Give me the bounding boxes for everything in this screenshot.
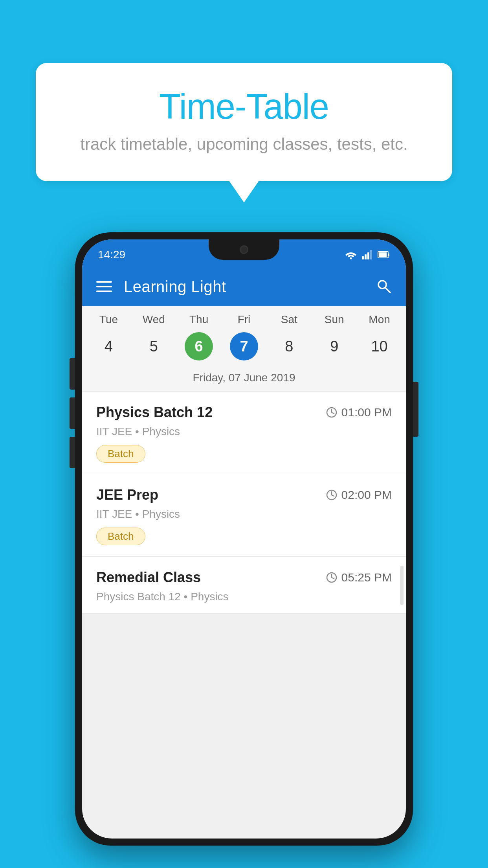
clock-icon-3 xyxy=(326,572,338,583)
selected-date-label: Friday, 07 June 2019 xyxy=(82,368,406,392)
schedule-item-1[interactable]: Physics Batch 12 01:00 PM IIT JEE • Phys… xyxy=(82,392,406,474)
batch-badge-1: Batch xyxy=(96,445,145,463)
phone-screen: 14:29 xyxy=(82,239,406,839)
status-time: 14:29 xyxy=(98,248,125,261)
schedule-item-2-time-text: 02:00 PM xyxy=(341,488,392,502)
clock-icon-1 xyxy=(326,406,338,418)
front-camera xyxy=(240,245,248,254)
schedule-item-1-subtitle: IIT JEE • Physics xyxy=(96,425,392,438)
calendar-days-header: Tue Wed Thu Fri Sat Sun Mon xyxy=(82,306,406,329)
app-bar: Learning Light xyxy=(82,267,406,306)
svg-point-0 xyxy=(350,257,352,259)
day-sun: Sun xyxy=(312,313,357,326)
wifi-icon xyxy=(345,250,357,259)
app-title: Learning Light xyxy=(124,278,363,296)
signal-icon xyxy=(362,250,373,259)
phone-frame: 14:29 xyxy=(75,232,413,846)
calendar-dates-row: 4 5 6 7 8 9 10 xyxy=(82,329,406,368)
svg-rect-6 xyxy=(388,254,389,256)
schedule-item-3-header: Remedial Class 05:25 PM xyxy=(96,569,392,586)
schedule-item-3-time-text: 05:25 PM xyxy=(341,571,392,584)
date-6[interactable]: 6 xyxy=(176,332,222,360)
date-circle-selected[interactable]: 7 xyxy=(230,332,258,360)
phone-mockup: 14:29 xyxy=(75,232,413,846)
svg-line-9 xyxy=(385,288,390,292)
day-fri: Fri xyxy=(222,313,267,326)
schedule-item-1-header: Physics Batch 12 01:00 PM xyxy=(96,404,392,421)
svg-rect-1 xyxy=(362,256,364,259)
svg-rect-2 xyxy=(365,254,367,259)
calendar-section: Tue Wed Thu Fri Sat Sun Mon 4 5 6 7 xyxy=(82,306,406,392)
day-thu: Thu xyxy=(176,313,222,326)
schedule-item-2-subtitle: IIT JEE • Physics xyxy=(96,508,392,520)
date-circle-today[interactable]: 6 xyxy=(185,332,213,360)
schedule-item-2-time: 02:00 PM xyxy=(326,488,392,502)
schedule-item-2-header: JEE Prep 02:00 PM xyxy=(96,487,392,503)
svg-rect-3 xyxy=(367,252,369,259)
batch-badge-2: Batch xyxy=(96,528,145,545)
schedule-item-1-time-text: 01:00 PM xyxy=(341,406,392,419)
phone-notch xyxy=(209,239,279,260)
schedule-item-1-time: 01:00 PM xyxy=(326,406,392,419)
status-icons xyxy=(345,250,390,259)
schedule-list: Physics Batch 12 01:00 PM IIT JEE • Phys… xyxy=(82,392,406,614)
svg-line-12 xyxy=(332,412,334,414)
menu-icon[interactable] xyxy=(96,281,112,292)
schedule-item-3-time: 05:25 PM xyxy=(326,571,392,584)
date-7[interactable]: 7 xyxy=(222,332,267,360)
day-sat: Sat xyxy=(266,313,312,326)
search-icon[interactable] xyxy=(375,278,392,296)
svg-rect-4 xyxy=(370,250,372,259)
schedule-item-2-title: JEE Prep xyxy=(96,487,158,503)
scroll-indicator xyxy=(400,566,404,605)
speech-bubble: Time-Table track timetable, upcoming cla… xyxy=(36,63,452,181)
day-tue: Tue xyxy=(86,313,131,326)
schedule-item-3[interactable]: Remedial Class 05:25 PM Physics Batch 12… xyxy=(82,557,406,614)
svg-line-15 xyxy=(332,495,334,496)
date-8[interactable]: 8 xyxy=(266,332,312,360)
bubble-title: Time-Table xyxy=(67,86,421,127)
schedule-item-1-title: Physics Batch 12 xyxy=(96,404,213,421)
battery-icon xyxy=(378,250,390,259)
day-mon: Mon xyxy=(357,313,402,326)
bubble-subtitle: track timetable, upcoming classes, tests… xyxy=(67,135,421,154)
schedule-item-2[interactable]: JEE Prep 02:00 PM IIT JEE • Physics Batc… xyxy=(82,474,406,557)
date-5[interactable]: 5 xyxy=(131,332,176,360)
date-9[interactable]: 9 xyxy=(312,332,357,360)
schedule-item-3-title: Remedial Class xyxy=(96,569,201,586)
svg-rect-7 xyxy=(379,252,387,257)
day-wed: Wed xyxy=(131,313,176,326)
clock-icon-2 xyxy=(326,489,338,501)
svg-line-18 xyxy=(332,577,334,579)
schedule-item-3-subtitle: Physics Batch 12 • Physics xyxy=(96,590,392,603)
date-4[interactable]: 4 xyxy=(86,332,131,360)
date-10[interactable]: 10 xyxy=(357,332,402,360)
